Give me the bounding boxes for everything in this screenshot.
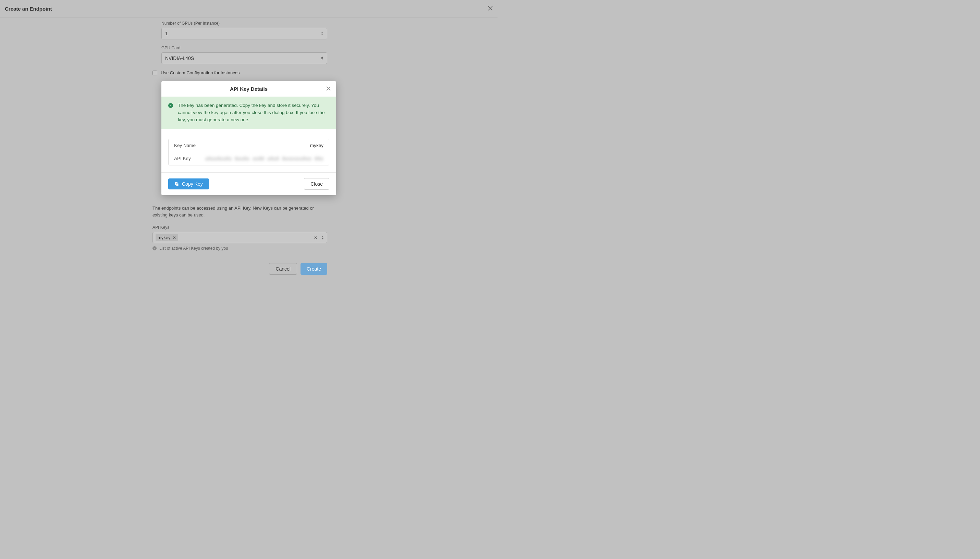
modal-close-icon[interactable]	[326, 86, 331, 92]
api-key-label: API Key	[174, 156, 191, 161]
modal-header: API Key Details	[161, 81, 336, 97]
modal-footer: Copy Key Close	[161, 172, 336, 195]
gpu-count-group: Number of GPUs (Per Instance) 1 ▲▼	[161, 21, 336, 40]
modal-title: API Key Details	[230, 86, 268, 92]
api-keys-select[interactable]: mykey ✕ ✕ ▲▼	[152, 232, 327, 243]
copy-icon	[174, 182, 179, 186]
page-title: Create an Endpoint	[5, 6, 52, 12]
api-key-details-modal: API Key Details ✓ The key has been gener…	[161, 81, 336, 195]
api-key-value: xXxxXxxXx XxxXx xxXX xXxX XxxxxxxXxx XXx	[205, 156, 323, 161]
success-alert: ✓ The key has been generated. Copy the k…	[161, 97, 336, 129]
gpu-card-select[interactable]: NVIDIA-L40S ▲▼	[161, 52, 327, 64]
page-header: Create an Endpoint	[0, 0, 498, 18]
api-keys-helper-row: i List of active API Keys created by you	[152, 246, 336, 251]
copy-key-button[interactable]: Copy Key	[168, 179, 209, 189]
select-controls: ✕ ▲▼	[314, 235, 324, 240]
api-keys-label: API Keys	[152, 225, 336, 230]
custom-config-label: Use Custom Configuration for Instances	[161, 70, 240, 75]
chevron-updown-icon[interactable]: ▲▼	[321, 236, 324, 240]
close-icon[interactable]	[488, 5, 493, 12]
gpu-card-value: NVIDIA-L40S	[165, 56, 194, 61]
modal-body: Key Name mykey API Key xXxxXxxXx XxxXx x…	[161, 129, 336, 172]
clear-icon[interactable]: ✕	[314, 235, 317, 240]
create-button[interactable]: Create	[301, 263, 327, 275]
gpu-count-value: 1	[165, 31, 168, 36]
gpu-count-label: Number of GPUs (Per Instance)	[161, 21, 336, 26]
custom-config-row: Use Custom Configuration for Instances	[161, 70, 336, 75]
chip-remove-icon[interactable]: ✕	[173, 235, 176, 240]
key-name-value: mykey	[310, 143, 323, 148]
api-keys-description: The endpoints can be accessed using an A…	[152, 205, 327, 218]
api-key-chip-label: mykey	[157, 235, 171, 240]
key-name-label: Key Name	[174, 143, 196, 148]
gpu-card-group: GPU Card NVIDIA-L40S ▲▼	[161, 46, 336, 64]
check-circle-icon: ✓	[168, 103, 173, 108]
gpu-card-label: GPU Card	[161, 46, 336, 50]
info-icon: i	[152, 246, 157, 250]
copy-key-label: Copy Key	[182, 181, 203, 187]
api-key-row: API Key xXxxXxxXx XxxXx xxXX xXxX Xxxxxx…	[169, 152, 329, 165]
cancel-button[interactable]: Cancel	[269, 263, 297, 275]
key-details-table: Key Name mykey API Key xXxxXxxXx XxxXx x…	[168, 139, 329, 165]
form-footer: Cancel Create	[152, 263, 327, 275]
api-keys-helper-text: List of active API Keys created by you	[159, 246, 228, 251]
close-modal-button[interactable]: Close	[304, 178, 329, 190]
key-name-row: Key Name mykey	[169, 139, 329, 152]
api-key-chip: mykey ✕	[156, 234, 178, 241]
chevron-updown-icon[interactable]: ▲▼	[321, 56, 323, 60]
stepper-icon[interactable]: ▲▼	[321, 31, 323, 36]
alert-text: The key has been generated. Copy the key…	[178, 102, 329, 124]
custom-config-checkbox[interactable]	[152, 71, 157, 75]
gpu-count-stepper[interactable]: 1 ▲▼	[161, 28, 327, 40]
svg-rect-1	[176, 183, 179, 186]
